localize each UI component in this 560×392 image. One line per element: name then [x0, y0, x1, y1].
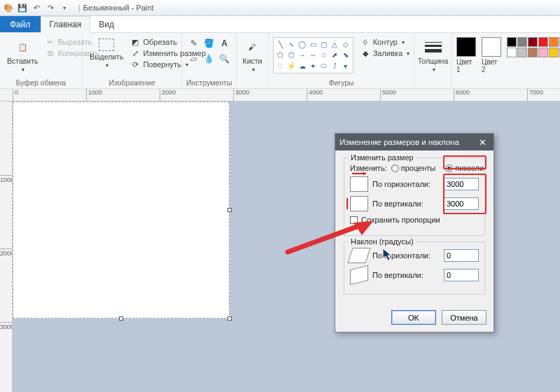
group-tools: ✎ 🪣 A ▱ 💧 🔍 Инструменты — [182, 33, 237, 88]
quick-access-toolbar: 🎨 💾 ↶ ↷ ▾ — [3, 2, 70, 13]
color-palette — [507, 37, 560, 57]
ribbon-tabs: Файл Главная Вид — [0, 16, 560, 33]
close-icon[interactable]: ✕ — [475, 137, 489, 148]
tools-grid: ✎ 🪣 A ▱ 💧 🔍 — [188, 37, 231, 65]
stroke-icon — [424, 38, 443, 55]
crop-icon: ◩ — [130, 37, 140, 47]
resize-legend: Изменить размер — [349, 153, 416, 162]
undo-icon[interactable]: ↶ — [31, 2, 42, 13]
by-label: Изменить: — [350, 164, 387, 172]
resize-horiz-icon — [350, 176, 368, 192]
palette-swatch[interactable] — [538, 37, 548, 47]
color1-swatch — [456, 37, 476, 57]
text-tool[interactable]: A — [218, 37, 231, 50]
annotation-red-box-values — [443, 174, 486, 214]
ribbon: 📋 Вставить▾ ✂Вырезать ⧉Копировать Буфер … — [0, 33, 560, 89]
fill-icon: ◆ — [360, 48, 370, 58]
palette-swatch[interactable] — [507, 37, 517, 47]
resize-vert-icon — [350, 196, 368, 211]
ruler-vertical: 100020003000 — [0, 102, 13, 392]
color2-swatch — [482, 37, 501, 57]
canvas[interactable] — [13, 102, 230, 318]
palette-swatch[interactable] — [549, 48, 559, 57]
eraser-tool[interactable]: ▱ — [188, 52, 200, 65]
palette-swatch[interactable] — [538, 48, 548, 57]
group-label-clipboard: Буфер обмена — [4, 78, 78, 88]
document-title: Безымянный — [83, 4, 130, 12]
skew-vert-input[interactable] — [444, 269, 479, 281]
redo-icon[interactable]: ↷ — [45, 2, 56, 13]
rotate-icon: ⟳ — [130, 59, 140, 69]
group-label-image: Изображение — [87, 78, 177, 88]
stroke-button[interactable]: Толщина▾ — [415, 37, 451, 74]
skew-horiz-input[interactable] — [444, 249, 479, 262]
zoom-tool[interactable]: 🔍 — [218, 52, 231, 65]
skew-horiz-label: По горизонтали: — [372, 251, 440, 260]
copy-icon: ⧉ — [46, 48, 55, 58]
app-name: Paint — [136, 4, 153, 12]
shape-fill-button[interactable]: ◆Заливка▾ — [360, 48, 410, 58]
resize-handle-bottom[interactable] — [119, 316, 123, 321]
select-button[interactable]: Выделить▾ — [87, 37, 126, 70]
keep-ratio-checkbox[interactable]: Сохранить пропорции — [350, 216, 440, 224]
annotation-red-box-pixels — [443, 155, 486, 169]
resize-vert-label: По вертикали: — [372, 200, 440, 208]
group-colors: Цвет 1 Цвет 2 — [452, 33, 560, 88]
title-bar: 🎨 💾 ↶ ↷ ▾ | Безымянный - Paint — [0, 0, 560, 16]
palette-swatch[interactable] — [549, 37, 559, 47]
paint-app-icon: 🎨 — [3, 2, 14, 13]
palette-swatch[interactable] — [507, 48, 517, 57]
save-icon[interactable]: 💾 — [17, 2, 28, 13]
pencil-tool[interactable]: ✎ — [188, 37, 200, 50]
resize-handle-right[interactable] — [227, 208, 232, 212]
outline-icon: ◊ — [360, 37, 370, 47]
resize-horiz-label: По горизонтали: — [372, 180, 440, 188]
group-label-shapes: Фигуры — [273, 78, 410, 88]
group-stroke: Толщина▾ — [414, 33, 452, 88]
brush-icon: 🖌 — [243, 38, 262, 55]
picker-tool[interactable]: 💧 — [203, 52, 216, 65]
cancel-button[interactable]: Отмена — [442, 310, 486, 325]
skew-vert-icon — [350, 265, 368, 285]
shapes-gallery[interactable]: ╲∿◯▭▢△◇ ⬠⬡→↔☆⬈⬊ ♡⚡☁✦⬭⤴▾ — [273, 37, 354, 74]
resize-fieldset: Изменить размер Изменить: проценты пиксе… — [344, 158, 485, 236]
resize-skew-dialog: Изменение размеров и наклона ✕ Изменить … — [335, 133, 494, 332]
palette-swatch[interactable] — [528, 37, 538, 47]
skew-vert-label: По вертикали: — [372, 271, 440, 279]
palette-swatch[interactable] — [517, 48, 527, 57]
shape-outline-button[interactable]: ◊Контур▾ — [360, 37, 410, 47]
radio-percent[interactable]: проценты — [391, 164, 436, 172]
resize-handle-corner[interactable] — [227, 316, 232, 321]
skew-horiz-icon — [347, 248, 370, 263]
tab-home[interactable]: Главная — [41, 16, 91, 33]
brushes-button[interactable]: 🖌 Кисти▾ — [240, 37, 265, 74]
group-label-tools: Инструменты — [186, 78, 232, 88]
palette-swatch[interactable] — [528, 48, 538, 57]
paste-button[interactable]: 📋 Вставить▾ — [4, 37, 41, 74]
tab-view[interactable]: Вид — [90, 16, 123, 32]
ok-button[interactable]: OK — [391, 310, 436, 325]
qat-dropdown-icon[interactable]: ▾ — [59, 2, 70, 13]
fill-tool[interactable]: 🪣 — [203, 37, 216, 50]
tab-file[interactable]: Файл — [0, 16, 41, 32]
paste-icon: 📋 — [13, 38, 32, 55]
skew-legend: Наклон (градусы) — [349, 237, 416, 246]
ruler-horizontal: 01000200030004000500060007000 — [0, 89, 560, 102]
select-icon — [99, 38, 114, 51]
group-shapes: ╲∿◯▭▢△◇ ⬠⬡→↔☆⬈⬊ ♡⚡☁✦⬭⤴▾ ◊Контур▾ ◆Заливк… — [269, 33, 414, 88]
group-brushes: 🖌 Кисти▾ — [237, 33, 269, 88]
color2-button[interactable]: Цвет 2 — [482, 37, 501, 74]
resize-icon: ⤢ — [130, 48, 140, 58]
dialog-title: Изменение размеров и наклона — [340, 138, 459, 146]
color1-button[interactable]: Цвет 1 — [456, 37, 476, 74]
group-clipboard: 📋 Вставить▾ ✂Вырезать ⧉Копировать Буфер … — [0, 33, 83, 88]
palette-swatch[interactable] — [517, 37, 527, 47]
group-image: Выделить▾ ◩Обрезать ⤢Изменить размер ⟳По… — [83, 33, 182, 88]
cut-icon: ✂ — [46, 37, 55, 47]
dialog-titlebar[interactable]: Изменение размеров и наклона ✕ — [335, 134, 493, 150]
skew-fieldset: Наклон (градусы) По горизонтали: По верт… — [344, 241, 485, 295]
